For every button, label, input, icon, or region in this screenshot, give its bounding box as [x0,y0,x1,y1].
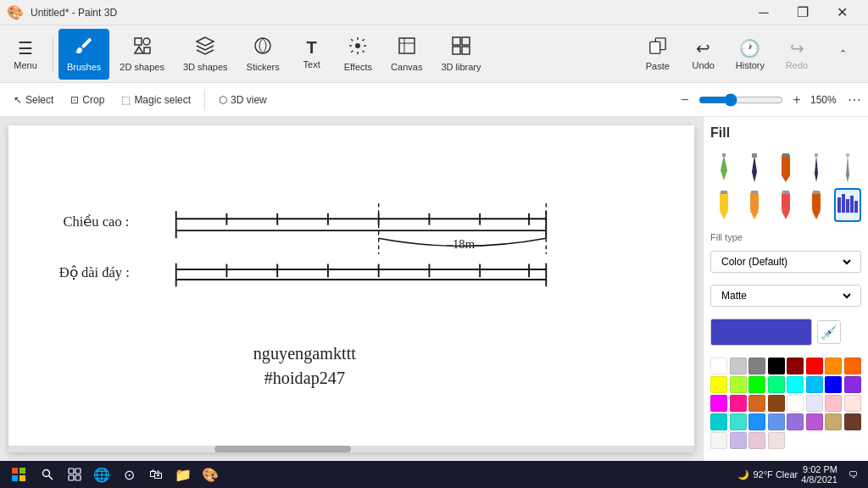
search-taskbar-icon[interactable] [34,463,61,486]
color-black[interactable] [768,358,785,374]
svg-rect-66 [854,201,858,213]
brush-item-3[interactable] [772,151,799,185]
close-button[interactable]: ✕ [822,0,861,25]
effects-button[interactable]: Effects [336,29,381,80]
brush-item-5[interactable] [834,151,861,185]
fill-type-label: Fill type [710,232,861,242]
svg-rect-42 [752,153,757,158]
color-brown[interactable] [844,413,861,430]
color-whitesmoke[interactable] [710,432,727,449]
brush-item-6[interactable] [710,188,737,222]
paint3d-taskbar-icon[interactable]: 🎨 [197,463,224,486]
color-lavender[interactable] [806,395,823,412]
color-turquoise[interactable] [730,413,747,430]
color-magenta[interactable] [710,395,727,412]
color-cyan[interactable] [787,376,804,393]
color-deeppink[interactable] [730,395,747,412]
svg-line-72 [49,476,53,480]
zoom-slider[interactable] [698,93,783,107]
magic-select-button[interactable]: ⬚ Magic select [114,91,198,109]
history-button[interactable]: 🕐 History [727,29,773,80]
brush-item-2[interactable] [741,151,768,185]
canvas-button[interactable]: Canvas [382,29,431,80]
menu-button[interactable]: ☰ Menu [3,29,47,80]
stickers-button[interactable]: Stickers [238,29,288,80]
zoom-in-button[interactable]: + [788,92,805,108]
svg-rect-68 [19,468,25,474]
color-lightgray[interactable] [730,358,747,374]
crop-button[interactable]: ⊡ Crop [64,91,111,109]
color-lightpink[interactable] [748,432,765,449]
color-lightpeach[interactable] [768,432,785,449]
svg-rect-70 [19,475,25,481]
select-button[interactable]: ↖ Select [7,91,60,109]
3d-shapes-button[interactable]: 3D shapes [175,29,236,80]
brush-item-9[interactable] [803,188,830,222]
matte-select[interactable]: Matte Glossy Flat [718,289,854,302]
color-dodgerblue[interactable] [748,413,765,430]
3d-view-button[interactable]: ⬡ 3D view [212,91,274,109]
notification-button[interactable]: 🗨 [841,463,865,486]
color-springgreen[interactable] [768,376,785,393]
color-orange[interactable] [844,358,861,374]
color-lightpurple[interactable] [730,432,747,449]
color-pink[interactable] [825,395,842,412]
undo-button[interactable]: ↩ Undo [682,29,726,80]
brush-item-10[interactable] [834,188,861,222]
more-options-button[interactable]: ⋯ [848,92,861,108]
taskview-icon[interactable] [61,463,88,486]
color-blue[interactable] [825,376,842,393]
2d-shapes-button[interactable]: 2D shapes [111,29,173,80]
color-chocolate[interactable] [748,395,765,412]
brush-item-4[interactable] [803,151,830,185]
color-cornflowerblue[interactable] [768,413,785,430]
store-icon[interactable]: 🛍 [142,463,170,486]
3d-view-label: 3D view [231,94,267,106]
color-white[interactable] [710,358,727,374]
edge-icon[interactable]: 🌐 [88,463,115,486]
zoom-out-button[interactable]: − [676,92,693,108]
color-deepskyblue[interactable] [806,376,823,393]
color-mediumpurple[interactable] [787,413,804,430]
color-red[interactable] [806,358,823,374]
color-gray[interactable] [748,358,765,374]
active-color-swatch[interactable] [710,319,812,346]
eyedropper-button[interactable]: 💉 [817,320,841,344]
brushes-button[interactable]: Brushes [58,29,109,80]
scrollbar-thumb[interactable] [214,446,352,452]
redo-button[interactable]: ↪ Redo [775,29,819,80]
canvas-paper: Chiều cao : [8,125,694,452]
brush-item-7[interactable] [741,188,768,222]
color-white2[interactable] [787,395,804,412]
color-mediumorchid[interactable] [806,413,823,430]
color-darkturquoise[interactable] [710,413,727,430]
color-mistyrose[interactable] [844,395,861,412]
fill-type-dropdown[interactable]: Color (Default) Solid Gradient None [710,251,861,273]
start-button[interactable] [3,463,34,486]
canvas-area[interactable]: Chiều cao : [0,117,703,461]
color-lime[interactable] [748,376,765,393]
color-tan[interactable] [825,413,842,430]
3d-library-button[interactable]: 3D library [432,29,489,80]
matte-dropdown[interactable]: Matte Glossy Flat [710,285,861,307]
svg-rect-56 [782,192,790,211]
color-yellow[interactable] [710,376,727,393]
files-icon[interactable]: 📁 [170,463,197,486]
color-darkorange[interactable] [825,358,842,374]
svg-rect-62 [837,197,841,213]
minimize-button[interactable]: ─ [744,0,783,25]
color-yellowgreen[interactable] [730,376,747,393]
canvas-label: Canvas [391,62,422,72]
fill-type-select[interactable]: Color (Default) Solid Gradient None [718,255,854,269]
maximize-button[interactable]: ❐ [783,0,822,25]
chevron-up-button[interactable]: ⌃ [821,29,865,80]
horizontal-scrollbar[interactable] [8,446,694,452]
chrome-icon[interactable]: ⊙ [115,463,142,486]
color-blueviolet[interactable] [844,376,861,393]
paste-button[interactable]: Paste [636,29,680,80]
color-saddlebrown[interactable] [768,395,785,412]
color-darkred[interactable] [787,358,804,374]
brush-item-8[interactable] [772,188,799,222]
brush-item-1[interactable] [710,151,737,185]
text-button[interactable]: T Text [290,29,334,80]
